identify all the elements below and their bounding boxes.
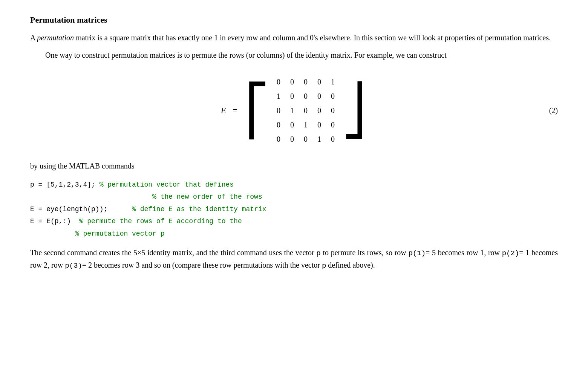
equation-number: (2) <box>549 106 558 115</box>
cell-3-0: 0 <box>277 121 280 129</box>
cell-3-3: 0 <box>317 121 321 129</box>
cell-1-0: 1 <box>277 92 280 101</box>
equation-block: E = ⎡ 0 0 0 0 1 1 0 0 0 0 0 1 0 0 0 0 0 … <box>30 72 558 149</box>
cell-0-1: 0 <box>290 78 294 86</box>
section-title: Permutation matrices <box>30 15 558 25</box>
cell-2-2: 0 <box>304 106 308 115</box>
cell-0-2: 0 <box>304 78 308 86</box>
cell-3-2: 1 <box>304 121 308 129</box>
code-comment-1: % permutation vector that defines <box>100 179 234 191</box>
code-black-2 <box>30 191 152 203</box>
code-line-2: % the new order of the rows <box>30 191 558 203</box>
bracket-left: ⎡ <box>244 72 270 149</box>
code-black-3: E = eye(length(p)); <box>30 203 132 215</box>
code-comment-2: % the new order of the rows <box>152 191 262 203</box>
inline-code-p3: p(3) <box>65 262 82 270</box>
inline-code-p-final: p <box>322 262 326 270</box>
code-comment-4: % permute the rows of E according to the <box>79 215 242 227</box>
cell-0-4: 1 <box>331 78 335 86</box>
matrix-wrapper: ⎡ 0 0 0 0 1 1 0 0 0 0 0 1 0 0 0 0 0 1 0 … <box>244 72 367 149</box>
cell-1-2: 0 <box>304 92 308 101</box>
inline-code-p2: p(2) <box>502 249 519 257</box>
cell-1-3: 0 <box>317 92 321 101</box>
cell-4-2: 0 <box>304 135 308 144</box>
cell-2-0: 0 <box>277 106 280 115</box>
paragraph-1: A permutation matrix is a square matrix … <box>30 32 558 44</box>
code-line-5: % permutation vector p <box>30 228 558 240</box>
code-line-3: E = eye(length(p)); % define E as the id… <box>30 203 558 215</box>
code-line-4: E = E(p,:) % permute the rows of E accor… <box>30 215 558 227</box>
code-black-4: E = E(p,:) <box>30 215 79 227</box>
matrix-grid: 0 0 0 0 1 1 0 0 0 0 0 1 0 0 0 0 0 1 0 0 … <box>270 72 341 149</box>
cell-0-0: 0 <box>277 78 280 86</box>
cell-3-4: 0 <box>331 121 335 129</box>
code-comment-5: % permutation vector p <box>75 228 165 240</box>
paragraph-after-matrix: by using the MATLAB commands <box>30 160 558 172</box>
paragraph-final: The second command creates the 5×5 ident… <box>30 247 558 272</box>
bracket-right: ⎦ <box>341 72 367 149</box>
cell-4-3: 1 <box>317 135 321 144</box>
italic-permutation: permutation <box>37 34 74 42</box>
cell-0-3: 0 <box>317 78 321 86</box>
code-comment-3: % define E as the identity matrix <box>132 203 266 215</box>
cell-3-1: 0 <box>290 121 294 129</box>
cell-2-3: 0 <box>317 106 321 115</box>
code-black-1: p = [5,1,2,3,4]; <box>30 179 100 191</box>
inline-code-p: p <box>316 249 320 257</box>
code-block: p = [5,1,2,3,4]; % permutation vector th… <box>30 179 558 240</box>
cell-1-4: 0 <box>331 92 335 101</box>
cell-2-4: 0 <box>331 106 335 115</box>
cell-1-1: 0 <box>290 92 294 101</box>
code-black-5 <box>30 228 75 240</box>
paragraph-2: One way to construct permutation matrice… <box>30 49 558 61</box>
cell-4-1: 0 <box>290 135 294 144</box>
matrix-lhs-label: E <box>221 106 226 115</box>
inline-code-p1: p(1) <box>408 249 426 257</box>
code-line-1: p = [5,1,2,3,4]; % permutation vector th… <box>30 179 558 191</box>
cell-2-1: 1 <box>290 106 294 115</box>
cell-4-0: 0 <box>277 135 280 144</box>
cell-4-4: 0 <box>331 135 335 144</box>
matrix-equals-sign: = <box>233 106 237 115</box>
